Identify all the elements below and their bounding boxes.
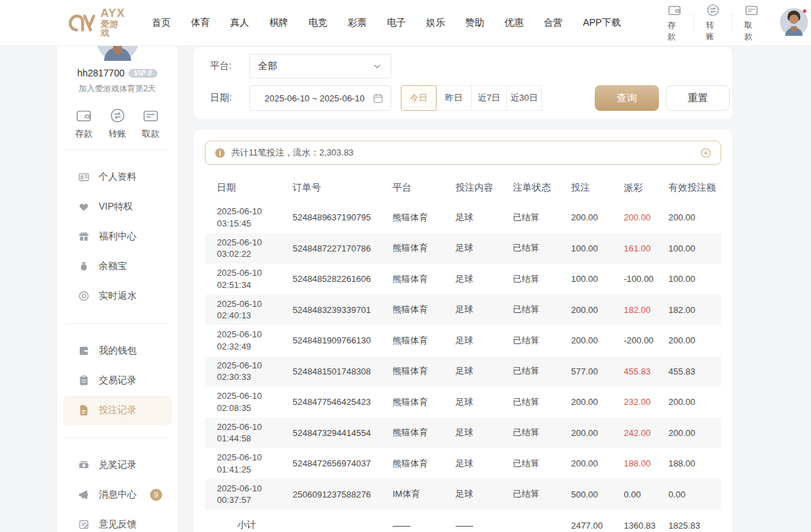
- quick-range-button[interactable]: 今日: [401, 85, 437, 111]
- main-content: 平台: 全部 日期: 2025-06-10 ~ 2025-06-10 今日 昨日…: [194, 46, 732, 532]
- gift-icon: [78, 231, 90, 243]
- status-cell: 已结算: [513, 365, 571, 377]
- table-row[interactable]: 2025-06-1002:51:34 5248485282261606 熊猫体育…: [205, 264, 721, 295]
- notification-dot: [802, 9, 807, 14]
- order-number: 5248472656974037: [293, 458, 393, 468]
- nav-item[interactable]: 电子: [387, 17, 406, 29]
- valid-bet-cell: 200.00: [668, 212, 721, 222]
- platform-cell: 熊猫体育: [393, 242, 456, 254]
- nav-item[interactable]: 体育: [191, 17, 210, 29]
- header-quick-action[interactable]: 转账: [694, 3, 732, 43]
- summary-bar: 共计11笔投注，流水：2,303.83: [205, 141, 721, 165]
- sidebar-menu-item[interactable]: 余额宝: [63, 251, 172, 281]
- bet-record-icon: [78, 404, 90, 416]
- message-center-icon: [78, 489, 90, 501]
- status-cell: 已结算: [513, 488, 571, 500]
- column-header: 平台: [393, 182, 456, 194]
- payout-cell: 182.00: [624, 305, 668, 315]
- table-row[interactable]: 2025-06-1002:32:49 5248481909766130 熊猫体育…: [205, 325, 721, 356]
- quick-range-button[interactable]: 近7日: [471, 85, 507, 111]
- quick-range-button[interactable]: 近30日: [506, 85, 542, 111]
- quick-range-button[interactable]: 昨日: [436, 85, 472, 111]
- bet-amount-cell: 100.00: [571, 243, 624, 253]
- table-body: 2025-06-1003:15:45 5248489637190795 熊猫体育…: [205, 202, 721, 510]
- payout-cell: -100.00: [624, 274, 668, 284]
- reset-button[interactable]: 重置: [666, 85, 730, 111]
- table-row[interactable]: 2025-06-1003:02:22 5248487227170786 熊猫体育…: [205, 233, 721, 264]
- nav-item[interactable]: 娱乐: [426, 17, 445, 29]
- table-row[interactable]: 2025-06-1003:15:45 5248489637190795 熊猫体育…: [205, 202, 721, 233]
- brand-mark-icon: [68, 12, 97, 34]
- feedback-icon: [78, 518, 90, 531]
- avatar[interactable]: [780, 8, 808, 38]
- bet-amount-cell: 577.00: [571, 366, 624, 377]
- sidebar-menu-item[interactable]: VIP特权: [63, 192, 172, 222]
- table-row[interactable]: 2025-06-1001:44:58 5248473294414554 熊猫体育…: [205, 418, 721, 449]
- nav-item[interactable]: 真人: [230, 17, 249, 29]
- header-quick-action[interactable]: 存款: [656, 3, 693, 43]
- sidebar-menu-item[interactable]: 消息中心 9: [63, 480, 172, 510]
- header-quick-action[interactable]: 取款: [733, 3, 770, 43]
- divider: [66, 323, 169, 324]
- table-row[interactable]: 2025-06-1002:40:13 5248483239339701 熊猫体育…: [205, 295, 721, 326]
- nav-item[interactable]: 赞助: [465, 17, 484, 29]
- sidebar-quick-action[interactable]: 存款: [75, 107, 93, 140]
- bet-amount-cell: 500.00: [571, 489, 624, 500]
- platform-cell: 熊猫体育: [393, 365, 456, 377]
- sidebar-quick-action[interactable]: 取款: [142, 107, 159, 140]
- sidebar-quick-actions: 存款 转账 取款: [57, 107, 177, 140]
- column-header: 注单状态: [513, 182, 571, 194]
- order-number: 2506091237588276: [293, 489, 393, 500]
- table-row[interactable]: 2025-06-1002:08:35 5248477546425423 熊猫体育…: [205, 387, 721, 418]
- date-range-input[interactable]: 2025-06-10 ~ 2025-06-10: [249, 85, 391, 111]
- nav-item[interactable]: 电竞: [308, 17, 327, 29]
- bet-records-panel: 共计11笔投注，流水：2,303.83 日期 订单号 平台 投注内容 注单状态 …: [194, 130, 732, 532]
- nav-item[interactable]: 合营: [543, 17, 562, 29]
- expand-icon[interactable]: [700, 147, 712, 159]
- nav-item[interactable]: 彩票: [347, 17, 366, 29]
- platform-select[interactable]: 全部: [249, 54, 391, 78]
- table-row[interactable]: 2025-06-1001:41:25 5248472656974037 熊猫体育…: [205, 448, 721, 479]
- column-header: 派彩: [624, 182, 668, 194]
- divider: [66, 149, 169, 150]
- nav-item[interactable]: 优惠: [504, 17, 523, 29]
- bet-amount-cell: 200.00: [571, 335, 624, 345]
- info-icon: [214, 147, 226, 159]
- top-header: AYX 爱游戏 首页 体育 真人 棋牌 电竞 彩票 电子 娱乐 赞助 优惠 合营…: [0, 0, 811, 46]
- table-row[interactable]: 2025-06-1002:30:33 5248481501748308 熊猫体育…: [205, 356, 721, 387]
- bet-amount-cell: 200.00: [571, 428, 624, 438]
- nav-item[interactable]: APP下载: [583, 17, 620, 29]
- transfer-icon: [706, 3, 720, 18]
- sidebar-menu-item[interactable]: 交易记录: [63, 366, 172, 395]
- sidebar-menu-item[interactable]: 意见反馈: [63, 510, 172, 532]
- platform-select-value: 全部: [258, 60, 372, 72]
- brand-logo[interactable]: AYX 爱游戏: [68, 7, 126, 38]
- status-cell: 已结算: [513, 242, 571, 254]
- sidebar-quick-action[interactable]: 转账: [109, 107, 126, 140]
- table-header: 日期 订单号 平台 投注内容 注单状态 投注 派彩 有效投注额: [205, 174, 721, 202]
- sidebar-menu-item[interactable]: 投注记录: [63, 395, 172, 425]
- order-number: 5248481909766130: [293, 335, 393, 345]
- bet-amount-cell: 200.00: [571, 305, 624, 315]
- column-header: 投注内容: [456, 182, 513, 194]
- sidebar-menu-item[interactable]: 我的钱包: [63, 336, 172, 366]
- subtotal-bet: 2477.00: [571, 521, 624, 531]
- withdraw-icon: [142, 107, 159, 124]
- sidebar-menu-item[interactable]: 实时返水: [63, 281, 172, 311]
- payout-cell: 200.00: [624, 212, 668, 222]
- nav-item[interactable]: 首页: [151, 17, 170, 29]
- nav-item[interactable]: 棋牌: [269, 17, 288, 29]
- deposit-wallet-icon: [75, 107, 93, 124]
- unread-count-badge: 9: [150, 489, 162, 501]
- sidebar-menu-item[interactable]: 兑奖记录: [63, 450, 172, 480]
- sidebar-menu-item[interactable]: 福利中心: [63, 222, 172, 251]
- search-button[interactable]: 查询: [595, 85, 659, 111]
- table-row[interactable]: 2025-06-1000:37:57 2506091237588276 IM体育…: [205, 479, 721, 510]
- rebate-icon: [78, 290, 90, 302]
- sidebar-menu-item[interactable]: 个人资料: [63, 162, 172, 192]
- column-header: 有效投注额: [668, 182, 721, 194]
- valid-bet-cell: 188.00: [668, 458, 721, 468]
- bet-content-cell: 足球: [456, 365, 513, 377]
- payout-cell: 232.00: [624, 397, 668, 407]
- deposit-wallet-icon: [667, 3, 682, 18]
